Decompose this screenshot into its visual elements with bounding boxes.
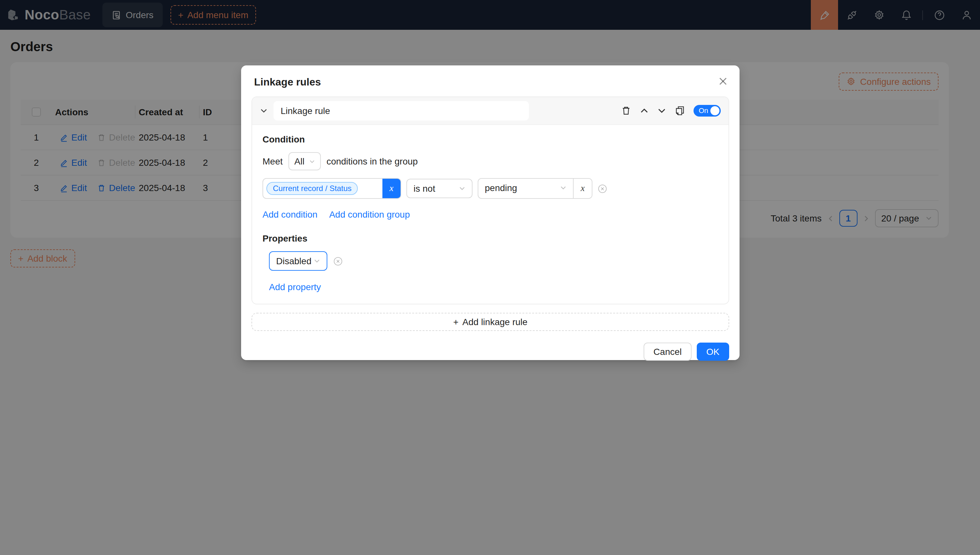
move-down-icon[interactable]	[657, 106, 666, 115]
chevron-down-icon	[314, 258, 320, 264]
condition-field-group: Current record / Status x	[262, 178, 401, 199]
condition-value-group: pending x	[478, 178, 592, 199]
add-property-row: Add property	[269, 282, 718, 292]
modal-footer: Cancel OK	[251, 343, 729, 361]
chevron-down-icon	[309, 158, 315, 164]
linkage-rule-body: Condition Meet All conditions in the gro…	[252, 125, 729, 304]
screen: NocoBase Orders + Add menu item	[0, 0, 980, 555]
value-variable-button[interactable]: x	[573, 179, 592, 198]
add-linkage-rule-button[interactable]: + Add linkage rule	[251, 313, 729, 331]
add-condition-group-link[interactable]: Add condition group	[329, 209, 410, 220]
linkage-rules-modal: Linkage rules	[241, 66, 740, 360]
condition-row: Current record / Status x is not pending	[262, 178, 718, 199]
plus-icon: +	[453, 317, 458, 327]
chevron-down-icon	[560, 184, 566, 191]
property-row: Disabled	[269, 251, 718, 271]
modal-title: Linkage rules	[251, 76, 729, 88]
cancel-button[interactable]: Cancel	[644, 343, 691, 361]
add-condition-link[interactable]: Add condition	[262, 209, 318, 220]
condition-heading: Condition	[262, 134, 718, 144]
condition-links: Add condition Add condition group	[262, 209, 718, 220]
variable-button[interactable]: x	[382, 179, 401, 198]
delete-rule-icon[interactable]	[621, 106, 631, 116]
condition-field-select[interactable]: Current record / Status	[263, 179, 382, 198]
toggle-knob	[710, 106, 719, 115]
rule-enabled-toggle[interactable]: On	[694, 105, 721, 117]
operator-select[interactable]: is not	[406, 179, 473, 198]
property-select[interactable]: Disabled	[269, 251, 327, 271]
add-property-link[interactable]: Add property	[269, 282, 321, 292]
value-select[interactable]: pending	[478, 179, 573, 197]
close-icon[interactable]	[718, 76, 729, 87]
remove-property-icon[interactable]	[333, 256, 343, 266]
meet-mode-select[interactable]: All	[288, 152, 320, 170]
move-up-icon[interactable]	[640, 106, 649, 115]
linkage-rule-panel: On Condition Meet All conditions in the	[251, 96, 729, 305]
linkage-rule-header: On	[252, 97, 729, 125]
rule-actions: On	[621, 105, 721, 117]
properties-heading: Properties	[262, 233, 718, 244]
copy-rule-icon[interactable]	[675, 106, 685, 116]
field-tag[interactable]: Current record / Status	[266, 182, 358, 195]
rule-name-input[interactable]	[274, 101, 529, 120]
meet-row: Meet All conditions in the group	[262, 152, 718, 170]
chevron-down-icon	[459, 185, 465, 192]
remove-condition-icon[interactable]	[598, 184, 607, 193]
collapse-chevron-icon[interactable]	[260, 107, 268, 115]
ok-button[interactable]: OK	[697, 343, 729, 361]
